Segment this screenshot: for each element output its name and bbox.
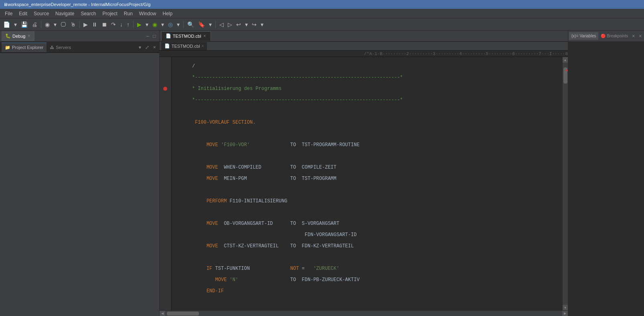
scroll-mark <box>566 70 568 71</box>
code-line: MOVE CTST-KZ-VERTRAGTEIL TO FDN-KZ-VERTR… <box>175 243 562 249</box>
toolbar-search[interactable]: 🔍 <box>186 20 196 29</box>
h-scroll-left[interactable]: ◀ <box>160 311 165 316</box>
code-line: MOVE 'N' TO FDN-PB-ZURUECK-AKTIV <box>175 277 562 283</box>
toolbar-step-return[interactable]: ↑ <box>125 20 131 29</box>
code-line: MOVE WHEN-COMPILED TO COMPILE-ZEIT <box>175 165 562 170</box>
toolbar-step-into[interactable]: ↓ <box>118 20 124 29</box>
toolbar-back[interactable]: ↩ <box>235 20 243 29</box>
toolbar-prev-edit[interactable]: ◁ <box>218 20 225 29</box>
tab-servers[interactable]: 🖧 Servers <box>47 43 74 52</box>
code-line <box>175 153 562 159</box>
inner-tab-dropdown[interactable]: ▾ <box>137 44 143 51</box>
editor-outer-tabs: 📄 TESTMOD.cbl × <box>160 31 568 42</box>
toolbar-btn-1[interactable]: ◉ <box>43 20 51 29</box>
menu-search[interactable]: Search <box>77 10 99 17</box>
gutter-bp-section[interactable] <box>163 86 168 92</box>
code-line: IF TST-FUNKTION NOT = 'ZURUECK' <box>175 266 562 271</box>
v-scrollbar[interactable]: ▲ ▼ <box>562 57 568 310</box>
code-line: * Initialisierung des Programms <box>175 86 562 92</box>
tab-bar-actions: – □ <box>145 33 158 40</box>
toolbar-save[interactable]: 💾 <box>19 20 29 29</box>
right-tab-actions: × × <box>630 33 643 40</box>
toolbar-print[interactable]: 🖨 <box>30 20 39 29</box>
tab-debug[interactable]: 🐛 Debug × <box>2 31 34 41</box>
menu-help[interactable]: Help <box>160 10 176 17</box>
code-line <box>175 131 562 137</box>
toolbar-bookmark-drop[interactable]: ▾ <box>207 20 213 29</box>
toolbar-debug-dropdown[interactable]: ▾ <box>144 20 150 29</box>
gutter <box>160 57 172 310</box>
code-line: / <box>175 63 562 69</box>
toolbar-btn-3[interactable]: 🖵 <box>59 20 68 29</box>
toolbar-forward-drop[interactable]: ▾ <box>259 20 265 29</box>
gutter-bp-3[interactable] <box>163 69 168 75</box>
gutter-bp-4[interactable] <box>163 75 168 80</box>
inner-tab-close-x[interactable]: × <box>152 44 158 51</box>
file-subtab[interactable]: 📄 TESTMOD.cbl × <box>161 42 207 50</box>
scroll-up[interactable]: ▲ <box>563 57 568 63</box>
menu-source[interactable]: Source <box>30 10 52 17</box>
h-scroll-thumb[interactable] <box>167 312 199 316</box>
code-line <box>175 300 562 305</box>
h-scrollbar[interactable]: ◀ ▶ <box>160 310 568 316</box>
code-line: MOVE OB-VORGANGSART-ID TO S-VORGANGSART <box>175 221 562 226</box>
code-scroll[interactable]: / *-------------------------------------… <box>172 57 562 310</box>
h-scroll-right[interactable]: ▶ <box>562 311 568 316</box>
toolbar-bookmarks[interactable]: 🔖 <box>196 20 207 29</box>
code-line: END-IF <box>175 288 562 294</box>
toolbar-dropdown[interactable]: ▾ <box>12 20 18 29</box>
inner-tab-expand[interactable]: ⤢ <box>144 44 151 51</box>
code-line: *---------------------------------------… <box>175 75 562 80</box>
right-tab-close[interactable]: × <box>630 33 636 40</box>
toolbar-new[interactable]: 📄 <box>2 20 12 29</box>
gutter-bp-5[interactable] <box>163 80 168 86</box>
menu-project[interactable]: Project <box>99 10 120 17</box>
gutter-bp-2[interactable] <box>163 63 168 69</box>
code-line <box>175 255 562 260</box>
code-line: PERFORM F110-INITIALISIERUNG <box>175 198 562 204</box>
toolbar-debug-run[interactable]: ▶ <box>136 20 143 29</box>
toolbar-profile-dropdown[interactable]: ▾ <box>160 20 166 29</box>
toolbar-btn-2[interactable]: ▾ <box>52 20 58 29</box>
toolbar-pause[interactable]: ⏸ <box>90 20 99 29</box>
debug-tab-close[interactable]: × <box>27 34 31 38</box>
toolbar-sep-1 <box>41 21 41 28</box>
menu-run[interactable]: Run <box>121 10 136 17</box>
toolbar-coverage[interactable]: ◎ <box>166 20 174 29</box>
editor-tab-close[interactable]: × <box>203 34 207 38</box>
right-tab-close2[interactable]: × <box>637 33 643 40</box>
menu-navigate[interactable]: Navigate <box>52 10 77 17</box>
breakpoints-label: Breakpoints <box>607 34 628 38</box>
menu-file[interactable]: File <box>2 10 16 17</box>
toolbar-profile[interactable]: ◉ <box>151 20 159 29</box>
code-container: / *-------------------------------------… <box>160 57 568 310</box>
breakpoint-dot <box>163 87 167 91</box>
debug-label: Debug <box>12 34 25 39</box>
toolbar-stop[interactable]: ⏹ <box>100 20 109 29</box>
minimize-debug[interactable]: – <box>145 33 151 40</box>
tab-breakpoints[interactable]: 🔴 Breakpoints <box>598 32 630 40</box>
toolbar-step-over[interactable]: ↷ <box>109 20 117 29</box>
app-icon: 🖥 <box>3 2 8 7</box>
toolbar-forward[interactable]: ↪ <box>250 20 258 29</box>
panel-area: 🐛 Debug × – □ 📁 Project Explorer 🖧 Serve… <box>0 31 644 316</box>
toolbar-coverage-dropdown[interactable]: ▾ <box>175 20 181 29</box>
h-scroll-track[interactable] <box>165 311 562 316</box>
toolbar-next-edit[interactable]: ▷ <box>226 20 234 29</box>
scroll-down[interactable]: ▼ <box>563 305 568 310</box>
toolbar: 📄 ▾ 💾 🖨 ◉ ▾ 🖵 🖱 ▶ ⏸ ⏹ ↷ ↓ ↑ ▶ ▾ ◉ ▾ ◎ ▾ … <box>0 18 644 31</box>
menu-window[interactable]: Window <box>136 10 160 17</box>
gutter-bp-1[interactable] <box>163 58 168 63</box>
tab-project-explorer[interactable]: 📁 Project Explorer <box>2 43 47 52</box>
code-line: F100-VORLAUF SECTION. <box>175 120 562 125</box>
editor-main-tab[interactable]: 📄 TESTMOD.cbl × <box>161 31 211 41</box>
menu-edit[interactable]: Edit <box>16 10 30 17</box>
file-sub-label: TESTMOD.cbl <box>172 44 200 49</box>
toolbar-run[interactable]: ▶ <box>82 20 89 29</box>
toolbar-back-drop[interactable]: ▾ <box>243 20 249 29</box>
tab-variables[interactable]: (x)= Variables <box>569 32 598 40</box>
toolbar-btn-4[interactable]: 🖱 <box>69 20 77 29</box>
scroll-track[interactable] <box>563 63 568 305</box>
maximize-debug[interactable]: □ <box>151 33 157 40</box>
file-subtab-close[interactable]: × <box>202 44 204 48</box>
